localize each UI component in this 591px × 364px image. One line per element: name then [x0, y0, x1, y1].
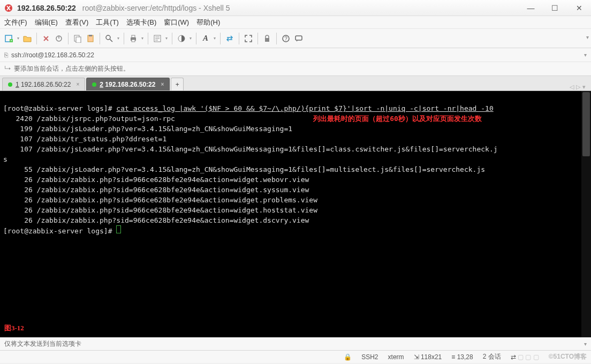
addr-arrow-icon[interactable]: ⎘	[4, 51, 8, 59]
address-url[interactable]: ssh://root@192.168.26.50:22	[11, 51, 581, 59]
hint-arrow-icon[interactable]: ⮡	[4, 65, 11, 73]
svg-rect-10	[132, 35, 135, 37]
menu-file[interactable]: 文件(F)	[4, 18, 27, 27]
window-path: root@zabbix-server:/etc/httpd/logs - Xsh…	[82, 4, 230, 12]
minimize-button[interactable]: —	[519, 1, 543, 16]
print-icon[interactable]	[127, 33, 139, 44]
output-line: 26 /zabbix/zabbix.php?sid=966ce628bfe2e9…	[3, 196, 317, 204]
output-line: s	[3, 155, 7, 163]
transfer-icon[interactable]	[224, 33, 236, 44]
prompt: [root@zabbix-server logs]#	[3, 104, 116, 112]
prompt: [root@zabbix-server logs]#	[3, 227, 116, 235]
addr-dropdown-icon[interactable]: ▾	[584, 52, 587, 58]
dropdown-icon[interactable]: ▾	[116, 36, 120, 41]
properties-icon[interactable]	[151, 33, 163, 44]
svg-point-8	[106, 35, 110, 40]
status-position: 13,28	[457, 353, 473, 361]
broadcast-text: 仅将文本发送到当前选项卡	[4, 339, 81, 348]
broadcast-bar: 仅将文本发送到当前选项卡 ▾	[0, 337, 591, 350]
svg-rect-11	[132, 40, 135, 42]
paste-icon[interactable]	[85, 33, 96, 44]
tab-close-icon[interactable]: ×	[76, 81, 79, 87]
tab-close-icon[interactable]: ×	[161, 81, 164, 87]
output-line: 26 /zabbix/zabbix.php?sid=966ce628bfe2e9…	[3, 186, 309, 194]
toolbar: ▾ ▾ ▾ ▾ ▾ A ▾ ? ▾	[0, 29, 591, 48]
help-icon[interactable]: ?	[280, 33, 292, 44]
close-button[interactable]: ✕	[567, 1, 591, 16]
output-line: 199 /zabbix/jsLoader.php?ver=3.4.15&lang…	[3, 125, 292, 133]
status-sessions: 2 会话	[483, 352, 501, 361]
dropdown-icon[interactable]: ▾	[16, 36, 20, 41]
svg-rect-17	[296, 36, 302, 40]
resize-icon: ⇲	[414, 353, 419, 361]
tab-next-icon[interactable]: ▷	[576, 84, 580, 90]
status-dot-icon	[92, 82, 96, 87]
chat-icon[interactable]	[293, 33, 305, 44]
disconnect-icon[interactable]	[53, 33, 65, 44]
dropdown-icon[interactable]: ▾	[188, 36, 193, 41]
tab-prev-icon[interactable]: ◁	[570, 84, 574, 90]
hint-text: 要添加当前会话，点击左侧的箭头按钮。	[14, 64, 130, 73]
status-term: xterm	[388, 353, 404, 361]
menu-view[interactable]: 查看(V)	[65, 18, 88, 27]
titlebar: 192.168.26.50:22 root@zabbix-server:/etc…	[0, 0, 591, 16]
window-host: 192.168.26.50:22	[17, 4, 76, 12]
command: cat access_log |awk '($NF > 60 && $7~/\.…	[116, 104, 493, 112]
broadcast-dropdown-icon[interactable]: ▾	[584, 341, 587, 347]
menu-edit[interactable]: 编辑(E)	[35, 18, 58, 27]
output-line: 26 /zabbix/zabbix.php?sid=966ce628bfe2e9…	[3, 176, 309, 184]
scrollbar-track[interactable]	[581, 91, 591, 337]
svg-text:?: ?	[284, 36, 287, 42]
address-bar: ⎘ ssh://root@192.168.26.50:22 ▾	[0, 48, 591, 62]
tab-session-2[interactable]: 2 192.168.26.50:22 ×	[86, 78, 170, 90]
output-line: 107 /zabbix/tr_status.php?ddreset=1	[3, 135, 166, 143]
tab-session-1[interactable]: 1 192.168.26.50:22 ×	[2, 78, 85, 90]
position-icon: ≡	[451, 353, 455, 361]
tabstrip: 1 192.168.26.50:22 × 2 192.168.26.50:22 …	[0, 76, 591, 91]
menu-tools[interactable]: 工具(T)	[96, 18, 119, 27]
output-line: 2420 /zabbix/jsrpc.php?output=json-rpc	[3, 115, 175, 123]
cap-indicator: ▢ ▢ ▢	[518, 353, 539, 361]
menu-window[interactable]: 窗口(W)	[164, 18, 189, 27]
figure-label: 图3-12	[4, 323, 24, 333]
output-line: 26 /zabbix/zabbix.php?sid=966ce628bfe2e9…	[3, 206, 317, 214]
arrows-icon: ⇄	[511, 353, 516, 361]
toolbar-overflow-icon[interactable]: ▾	[586, 34, 589, 40]
cursor	[116, 225, 121, 233]
status-size: 118x21	[421, 353, 442, 361]
lock-icon[interactable]	[261, 33, 273, 44]
app-icon	[4, 4, 13, 12]
fullscreen-icon[interactable]	[243, 33, 254, 44]
maximize-button[interactable]: ☐	[543, 1, 567, 16]
menubar: 文件(F) 编辑(E) 查看(V) 工具(T) 选项卡(B) 窗口(W) 帮助(…	[0, 16, 591, 29]
tab-menu-icon[interactable]: ▾	[582, 84, 586, 90]
dropdown-icon[interactable]: ▾	[140, 36, 145, 41]
reconnect-icon[interactable]	[40, 33, 52, 44]
scrollbar-thumb[interactable]	[582, 92, 590, 156]
new-session-icon[interactable]	[3, 33, 15, 44]
menu-help[interactable]: 帮助(H)	[196, 18, 220, 27]
dropdown-icon[interactable]: ▾	[213, 36, 217, 41]
svg-rect-5	[76, 37, 81, 43]
tab-add-button[interactable]: +	[171, 78, 184, 90]
find-icon[interactable]	[103, 33, 115, 44]
status-dot-icon	[8, 82, 12, 87]
dropdown-icon[interactable]: ▾	[164, 36, 169, 41]
terminal[interactable]: [root@zabbix-server logs]# cat access_lo…	[0, 91, 591, 337]
statusbar: 🔒 SSH2 xterm ⇲ 118x21 ≡ 13,28 2 会话 ⇄ ▢ ▢…	[0, 350, 591, 363]
output-line: 26 /zabbix/zabbix.php?sid=966ce628bfe2e9…	[3, 216, 309, 224]
output-line: 55 /zabbix/jsLoader.php?ver=3.4.15&lang=…	[3, 165, 485, 173]
annotation: 列出最耗时的页面（超过60秒）以及对应页面发生次数	[313, 115, 482, 123]
font-icon[interactable]: A	[200, 33, 211, 44]
svg-rect-7	[89, 35, 92, 36]
output-line: 107 /zabbix/jsLoader.php?ver=3.4.15&lang…	[3, 145, 498, 153]
hint-bar: ⮡ 要添加当前会话，点击左侧的箭头按钮。	[0, 62, 591, 76]
watermark: ©51CTO博客	[549, 352, 587, 361]
copy-icon[interactable]	[72, 33, 84, 44]
menu-tabs[interactable]: 选项卡(B)	[126, 18, 156, 27]
svg-rect-14	[265, 38, 269, 42]
open-icon[interactable]	[21, 33, 33, 44]
status-lock-icon: 🔒	[344, 353, 352, 361]
status-protocol: SSH2	[361, 353, 378, 361]
color-icon[interactable]	[176, 33, 187, 44]
